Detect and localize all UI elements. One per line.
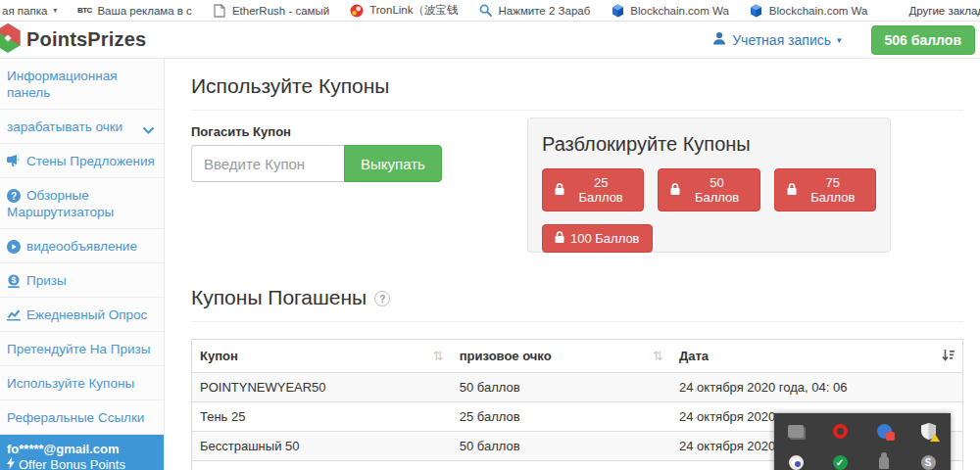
points-balance-button[interactable]: 506 баллов (871, 25, 975, 55)
redeemed-coupons-title: Купоны Погашены ? (191, 286, 963, 309)
points-cell: 50 баллов (452, 373, 671, 402)
account-email: fo*****@gmail.com (7, 442, 156, 457)
sort-icon[interactable]: ⇅ (433, 349, 444, 363)
sidebar-item-prizes[interactable]: $ Призы (0, 263, 164, 298)
table-row: POINTYNEWYEAR50 50 баллов 24 октября 202… (192, 373, 963, 402)
sidebar-item-claim-prizes[interactable]: Претендуйте На Призы (0, 332, 164, 366)
sidebar-item-referral-links[interactable]: Реферальные Ссылки (0, 400, 164, 435)
lock-icon (555, 231, 564, 246)
divider (191, 110, 963, 111)
antivirus-ok-icon[interactable]: ✓ (830, 452, 850, 470)
coupon-input[interactable] (191, 145, 344, 182)
bookmark-item[interactable]: Blockchain.com Wa (750, 4, 868, 18)
sidebar-item-label: Информационная панель (7, 69, 118, 100)
page-icon (213, 4, 226, 18)
header-right: Учетная запись ▾ 506 баллов (712, 25, 980, 55)
play-circle-icon (7, 240, 22, 253)
sidebar-item-label: Используйте Купоны (7, 376, 134, 391)
redeem-button[interactable]: Выкупать (344, 145, 442, 182)
lock-icon (555, 183, 564, 198)
defender-warning-icon[interactable] (918, 421, 938, 441)
sidebar-item-label: Претендуйте На Призы (7, 342, 150, 356)
bookmark-item[interactable]: EtherRush - самый (213, 4, 329, 18)
blockchain-icon (750, 4, 763, 18)
btc-icon: BTC (77, 4, 91, 18)
magnifier-icon (479, 4, 493, 18)
unlock-50-button[interactable]: 50 Баллов (658, 168, 760, 212)
coupon-cell (192, 461, 452, 470)
chevron-down-icon (143, 121, 154, 138)
window-icon[interactable] (786, 421, 806, 441)
blockchain-icon (611, 4, 624, 18)
account-label: Учетная запись (732, 32, 831, 48)
column-header-date[interactable]: Дата (671, 340, 963, 373)
redeem-coupon-label: Погасить Купон (191, 124, 431, 139)
opera-icon[interactable] (830, 421, 850, 441)
points-cell: 50 баллов (452, 432, 671, 461)
unlock-coupons-title: Разблокируйте Купоны (542, 133, 876, 156)
tronlink-icon (350, 4, 364, 18)
bolt-icon (7, 457, 15, 470)
divider (191, 321, 963, 322)
sidebar: Информационная панель зарабатывать очки … (0, 59, 165, 470)
sidebar-item-label: Реферальные Ссылки (7, 410, 144, 425)
unlock-100-button[interactable]: 100 Баллов (542, 224, 653, 253)
unlock-75-button[interactable]: 75 Баллов (774, 168, 876, 212)
column-header-coupon[interactable]: Купон ⇅ (192, 340, 452, 373)
main-content: Используйте Купоны Погасить Купон Выкупа… (165, 59, 980, 470)
sidebar-item-label: зарабатывать очки (7, 119, 122, 134)
sort-icon[interactable]: ⇅ (653, 349, 663, 363)
media-player-icon[interactable] (786, 452, 806, 470)
coupon-input-group: Выкупать (191, 145, 431, 182)
sidebar-item-daily-poll[interactable]: Ежедневный Опрос (0, 298, 164, 332)
site-header: PointsPrizes Учетная запись ▾ 506 баллов (0, 22, 980, 59)
bookmark-label: Blockchain.com Wa (769, 5, 868, 17)
page-title: Используйте Купоны (191, 74, 963, 98)
coupon-cell: Бесстрашный 50 (192, 432, 452, 461)
sort-desc-icon[interactable] (942, 349, 955, 365)
bookmark-item[interactable]: Нажмите 2 Зараб (479, 4, 591, 18)
help-icon[interactable]: ? (374, 291, 390, 306)
bookmark-item[interactable]: Blockchain.com Wa (611, 4, 729, 18)
system-tray-popup: ✓ S (774, 413, 951, 470)
account-offer: Offer Bonus Points (7, 457, 156, 470)
sidebar-account-banner[interactable]: fo*****@gmail.com Offer Bonus Points (0, 435, 164, 470)
pointsprizes-logo-icon (0, 23, 23, 58)
other-bookmarks-button[interactable]: Другие закладки ▾ (908, 5, 980, 17)
brand-logo[interactable]: PointsPrizes (0, 23, 146, 58)
sidebar-item-label: Ежедневный Опрос (26, 307, 147, 322)
skype-icon[interactable]: S (918, 452, 938, 470)
sidebar-item-video-ads[interactable]: видеообъявление (0, 229, 164, 263)
bookmark-label: Blockchain.com Wa (630, 5, 729, 17)
megaphone-icon (7, 155, 22, 167)
sidebar-item-use-coupons[interactable]: Используйте Купоны (0, 366, 164, 400)
bookmark-folder[interactable]: ая папка ▾ (2, 5, 57, 17)
unlock-buttons-row: 25 Баллов 50 Баллов 75 Баллов (542, 168, 876, 212)
bookmark-item[interactable]: BTC Ваша реклама в с (77, 4, 192, 18)
sidebar-item-label: Обзорные Маршрутизаторы (7, 188, 114, 219)
keyboard-figure-icon[interactable] (874, 452, 894, 470)
dollar-icon: $ (7, 274, 22, 287)
sidebar-item-label: видеообъявление (26, 239, 137, 254)
unlock-buttons-row: 100 Баллов (542, 224, 876, 253)
brand-name: PointsPrizes (26, 28, 146, 51)
bookmark-item[interactable]: TronLink（波宝钱 (350, 3, 458, 18)
table-header-row: Купон ⇅ призовое очко ⇅ Дата (192, 340, 963, 373)
sidebar-item-dashboard[interactable]: Информационная панель (0, 59, 164, 110)
chart-icon (7, 308, 22, 321)
bookmarks-bar: ая папка ▾ BTC Ваша реклама в с EtherRus… (0, 0, 980, 22)
account-dropdown[interactable]: Учетная запись ▾ (712, 31, 841, 48)
svg-text:?: ? (11, 191, 17, 202)
unlock-25-button[interactable]: 25 Баллов (542, 168, 644, 212)
other-bookmarks-label: Другие закладки (908, 5, 980, 17)
unlock-coupons-panel: Разблокируйте Купоны 25 Баллов 50 Баллов… (527, 118, 891, 253)
sidebar-item-offer-walls[interactable]: Стены Предложения (0, 144, 164, 178)
sidebar-item-earn-points[interactable]: зарабатывать очки (0, 110, 164, 144)
sidebar-item-survey-routers[interactable]: ? Обзорные Маршрутизаторы (0, 178, 164, 229)
lock-icon (787, 183, 797, 198)
redeem-coupon-form: Погасить Купон Выкупать (191, 124, 431, 182)
sync-app-icon[interactable] (874, 421, 894, 441)
caret-down-icon: ▾ (837, 35, 842, 45)
sidebar-item-label: Призы (26, 273, 67, 288)
column-header-points[interactable]: призовое очко ⇅ (452, 340, 671, 373)
